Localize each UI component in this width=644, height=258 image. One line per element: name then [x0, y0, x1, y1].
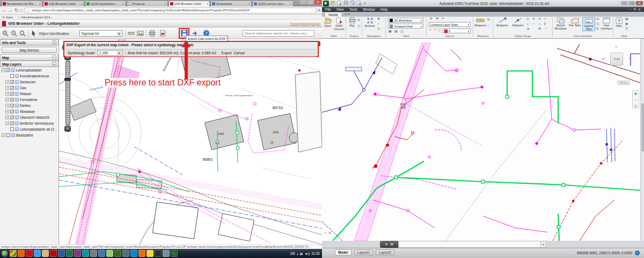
layer-item-leitungskataster[interactable]: +✓iLeitungskataster	[0, 67, 58, 73]
collapse-panel-icon[interactable]: «	[52, 40, 56, 45]
snap-apparent-icon[interactable]: ⊠	[538, 27, 541, 31]
viewcube-south[interactable]: S	[616, 73, 618, 76]
area-measure-icon[interactable]: ∟	[487, 24, 491, 27]
menu-tools[interactable]: Tools	[349, 8, 357, 11]
viewcube-top-face[interactable]: TOP	[610, 53, 623, 66]
map-layers-header[interactable]: Map Layers ▲	[0, 61, 58, 67]
menu-window[interactable]: Window	[363, 8, 375, 11]
layer-checkbox[interactable]: ✓	[6, 68, 10, 72]
command-close-icon[interactable]: ✕	[385, 242, 388, 247]
taskbar-icon-app9[interactable]	[163, 250, 170, 257]
close-button[interactable]: ✕	[314, 0, 321, 4]
expander-icon[interactable]: +	[5, 80, 9, 84]
expander-icon[interactable]: +	[5, 98, 9, 102]
wcs-dropdown[interactable]: WCS ▾	[617, 81, 630, 85]
measure-distance-icon[interactable]	[127, 29, 135, 37]
viewport-icon[interactable]: ▣	[389, 30, 392, 33]
browser-tab[interactable]: Projecta: ×	[127, 1, 168, 6]
zoom-icon[interactable]: ⌕	[377, 22, 379, 26]
export-image-icon[interactable]	[136, 29, 144, 37]
expander-icon[interactable]: +	[2, 133, 5, 137]
layer-item-leitungskataster-alt[interactable]: iLeitungskataster alt (2001)	[0, 126, 58, 132]
doc-restore-button[interactable]: ⧉	[634, 8, 636, 11]
command-tools-icon[interactable]: ⚒	[390, 242, 393, 247]
print-icon[interactable]	[148, 29, 156, 37]
viewcube-east[interactable]: E	[629, 57, 631, 60]
snap-nearest-icon[interactable]: ◦	[532, 27, 533, 31]
switch-windows-button[interactable]: Switch Windows	[554, 17, 567, 30]
viewcube-west[interactable]: W	[602, 57, 605, 60]
zoom-in-icon[interactable]	[1, 29, 9, 37]
taskbar-icon-word[interactable]	[58, 250, 65, 257]
orbit-icon[interactable]: ◎	[377, 27, 380, 31]
help-button[interactable]: ? Help	[614, 17, 623, 28]
expander-icon[interactable]: +	[5, 116, 9, 119]
menu-file[interactable]: File	[325, 8, 331, 11]
dialog-export-button[interactable]: Export	[222, 51, 232, 55]
visual-style-select[interactable]: 2D Wireframe▾	[388, 18, 423, 23]
endpoint-snap-button[interactable]: Endpoint	[495, 17, 509, 27]
preview-icon[interactable]: ◫	[357, 24, 361, 28]
doc-close-button[interactable]: ✕	[638, 8, 641, 11]
zoom-extents-button[interactable]: Extents	[364, 17, 376, 28]
taskbar-icon-app3[interactable]	[98, 250, 105, 257]
layer-thaw-sun-icon[interactable]: ☀	[434, 28, 436, 32]
snap-intersection-icon[interactable]: ✳	[538, 17, 541, 21]
taskbar-icon-image-viewer[interactable]	[106, 250, 113, 257]
back-icon[interactable]: ←	[2, 8, 6, 13]
layout-tabs-button[interactable]: Layout Tabs	[582, 17, 595, 31]
file-tabs-button[interactable]: File Tabs	[568, 17, 581, 27]
snap-perpendicular-icon[interactable]: ⊥	[538, 22, 541, 26]
layer-checkbox[interactable]	[6, 133, 10, 137]
layer-checkbox[interactable]	[10, 74, 14, 78]
pan-icon[interactable]: ✥	[377, 17, 380, 21]
taskbar-icon-firefox[interactable]	[18, 250, 25, 257]
info-icon[interactable]: i	[15, 74, 19, 78]
layer-properties-icon[interactable]: ⧉	[430, 17, 432, 20]
identify-cursor-icon[interactable]	[30, 29, 38, 37]
expander-icon[interactable]: +	[5, 92, 9, 96]
cad-drawing-canvas[interactable]: 6026 2058 N W E S TOP WCS ▾ ✥⌕◎ ⌐ ✕	[322, 39, 644, 241]
qat-dwg-convert-icon[interactable]	[336, 1, 342, 6]
zoom-out-icon[interactable]	[10, 29, 18, 37]
network-icon[interactable]: ▤	[300, 252, 303, 255]
terms-link[interactable]: Nutzungsbedingungen	[290, 22, 320, 25]
snap-quadrant-icon[interactable]: ◇	[526, 22, 529, 26]
info-icon[interactable]: i	[11, 133, 15, 137]
tab-layout1[interactable]: Layout1	[354, 249, 373, 255]
navigation-bar[interactable]: ✥⌕◎	[632, 90, 639, 109]
zoom-handle[interactable]	[64, 78, 71, 81]
layer-checkbox[interactable]: ✓	[10, 86, 14, 90]
taskbar-icon-acrobat[interactable]	[50, 250, 57, 257]
restore-button[interactable]: ▢	[628, 1, 635, 5]
command-history-icon[interactable]: ▾	[541, 241, 546, 248]
batch-plot-icon[interactable]: ⧉	[357, 18, 360, 22]
map-themes-button[interactable]: Map themes	[2, 47, 57, 53]
close-button[interactable]: ✕	[636, 1, 643, 5]
snap-node-icon[interactable]: ✕	[532, 17, 535, 21]
menu-view[interactable]: View	[336, 8, 343, 11]
reload-icon[interactable]: ↻	[14, 8, 19, 13]
user-interface-button[interactable]: User Interface	[601, 17, 612, 30]
layer-item-gas[interactable]: +✓iGas	[0, 85, 58, 91]
tab-close-icon[interactable]: ×	[164, 2, 166, 5]
volume-icon[interactable]: ◄))	[304, 252, 310, 255]
home-icon[interactable]: ⌂	[20, 8, 23, 13]
tab-close-icon[interactable]: ×	[248, 2, 250, 5]
measure-button[interactable]: Measure	[474, 17, 486, 27]
layer-item-amtliche-vermessung[interactable]: +✓iAmtliche Vermessung	[0, 120, 58, 126]
tab-close-icon[interactable]: ×	[122, 2, 125, 5]
taskbar-icon-app1[interactable]	[82, 250, 89, 257]
object-identification-select[interactable]: Topmost hit ▾	[79, 30, 122, 37]
layer-item-swisscom[interactable]: +✓iSwisscom	[0, 79, 58, 85]
named-views-icon[interactable]: ▤	[394, 30, 398, 33]
ui-panes-icon[interactable]: ⊟	[596, 17, 599, 21]
open-button[interactable]: Open	[323, 17, 333, 28]
layer-item-wasser[interactable]: +✓iWasser	[0, 91, 58, 97]
layer-checkbox[interactable]	[10, 127, 14, 131]
layer-checkbox[interactable]: ✓	[10, 116, 14, 119]
menu-help[interactable]: Help	[380, 8, 387, 11]
snap-extension-icon[interactable]: ⌁	[544, 17, 546, 21]
layer-checkbox[interactable]: ✓	[10, 110, 14, 113]
layer-state-select[interactable]: Unsaved Layer State▾	[429, 22, 471, 27]
